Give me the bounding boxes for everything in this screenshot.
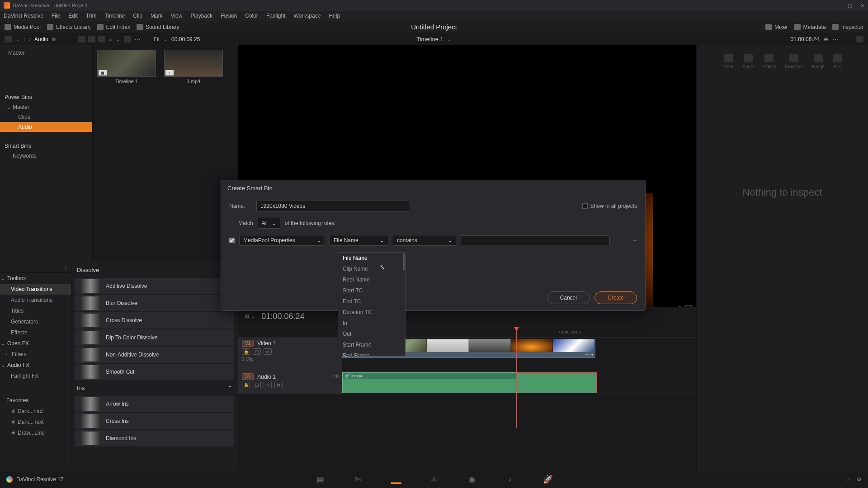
- maximize-icon[interactable]: ▢: [848, 3, 852, 9]
- nav-back-icon[interactable]: ‹: [24, 36, 25, 42]
- fx-openfx[interactable]: ⌄Open FX: [0, 338, 71, 349]
- fx-audio-transitions[interactable]: Audio Transitions: [0, 295, 71, 305]
- nav-edit[interactable]: ⎯⎯: [391, 475, 401, 484]
- thumbnail-icon[interactable]: [88, 36, 95, 42]
- nav-fusion[interactable]: ⚛: [429, 475, 439, 484]
- viewer-more-icon[interactable]: ⋯: [833, 36, 838, 42]
- dd-duration-tc[interactable]: Duration TC: [338, 307, 405, 318]
- view-mode-icon[interactable]: [78, 36, 85, 42]
- mixer-button[interactable]: Mixer: [765, 24, 788, 30]
- v1-badge[interactable]: V1: [242, 340, 254, 347]
- fx-non-additive[interactable]: Non-Additive Dissolve: [75, 347, 234, 363]
- dd-reel-name[interactable]: Reel Name: [338, 274, 405, 285]
- media-pool-button[interactable]: Media Pool: [5, 24, 41, 30]
- fx-search-icon[interactable]: ⌕: [64, 264, 67, 270]
- insp-tab-audio[interactable]: Audio: [743, 54, 755, 69]
- auto-select-icon[interactable]: ▢: [253, 348, 261, 355]
- condition-select[interactable]: contains⌄: [393, 235, 456, 246]
- rule-enabled-checkbox[interactable]: [229, 238, 235, 243]
- menu-file[interactable]: File: [52, 13, 60, 19]
- fx-dip-color[interactable]: Dip To Color Dissolve: [75, 329, 234, 346]
- fx-diamond-iris[interactable]: Diamond Iris: [75, 430, 234, 446]
- fx-audiofx[interactable]: ⌄Audio FX: [0, 360, 71, 371]
- settings-icon[interactable]: ⚙: [857, 476, 862, 483]
- nav-fwd-icon[interactable]: ›: [29, 36, 31, 42]
- fx-arrow-iris[interactable]: Arrow Iris: [75, 396, 234, 412]
- cancel-button[interactable]: Cancel: [547, 291, 590, 304]
- menu-mark[interactable]: Mark: [151, 13, 163, 19]
- audio-track-header[interactable]: A1 Audio 1 2.0 🔒 ▢ S M: [238, 371, 342, 394]
- auto-select-icon[interactable]: ▢: [253, 382, 261, 388]
- close-icon[interactable]: ✕: [860, 3, 864, 9]
- dd-in[interactable]: In: [338, 318, 405, 328]
- dd-end-frame[interactable]: End Frame: [338, 350, 405, 356]
- insp-tab-file[interactable]: File: [833, 54, 842, 69]
- smart-bin-keywords[interactable]: Keywords: [0, 151, 92, 161]
- property-source-select[interactable]: MediaPool Properties⌄: [239, 235, 325, 246]
- add-rule-button[interactable]: +: [633, 236, 637, 244]
- search-icon[interactable]: ⌕: [109, 36, 112, 42]
- menu-playback[interactable]: Playback: [190, 13, 212, 19]
- fx-additive-dissolve[interactable]: Additive Dissolve: [75, 278, 234, 294]
- bin-view-icon[interactable]: [5, 36, 12, 42]
- nav-media[interactable]: ▤: [315, 475, 326, 484]
- field-select[interactable]: File Name⌄: [330, 235, 388, 246]
- menu-help[interactable]: Help: [329, 13, 340, 19]
- fx-titles[interactable]: Titles: [0, 305, 71, 316]
- fx-blur-dissolve[interactable]: Blur Dissolve: [75, 295, 234, 311]
- fx-fav-3[interactable]: ★Draw...Line: [0, 427, 71, 438]
- insp-tab-transition[interactable]: Transition: [784, 54, 804, 69]
- playhead[interactable]: [516, 328, 517, 428]
- edit-index-button[interactable]: Edit Index: [97, 24, 130, 30]
- fx-cross-iris[interactable]: Cross Iris: [75, 413, 234, 429]
- fx-cat-iris[interactable]: Iris⌃: [71, 381, 238, 395]
- timeline-name[interactable]: Timeline 1: [416, 36, 443, 42]
- fx-filters[interactable]: ›Filters: [0, 349, 71, 360]
- fx-smooth-cut[interactable]: Smooth Cut: [75, 364, 234, 380]
- lock-icon[interactable]: 🔒: [242, 348, 250, 355]
- power-bin-audio[interactable]: Audio: [0, 122, 92, 132]
- a1-badge[interactable]: A1: [242, 373, 254, 380]
- menu-fusion[interactable]: Fusion: [221, 13, 237, 19]
- menu-clip[interactable]: Clip: [133, 13, 142, 19]
- minimize-icon[interactable]: —: [835, 3, 840, 9]
- insp-tab-effects[interactable]: Effects: [762, 54, 776, 69]
- menu-trim[interactable]: Trim: [86, 13, 97, 19]
- visible-icon[interactable]: ▭: [264, 348, 272, 355]
- sort-icon[interactable]: [124, 36, 131, 42]
- video-track-header[interactable]: V1 Video 1 🔒 ▢ ▭ 1 Clip: [238, 338, 342, 371]
- dd-clip-name[interactable]: Clip Name: [338, 263, 405, 274]
- timeline-ruler[interactable]: 01:00:08:00: [238, 328, 696, 338]
- nav-fairlight[interactable]: ♪: [505, 475, 515, 484]
- create-button[interactable]: Create: [594, 291, 637, 304]
- more-icon[interactable]: ⋯: [135, 36, 140, 42]
- fx-effects[interactable]: Effects: [0, 327, 71, 338]
- fx-toolbox[interactable]: ⌄Toolbox: [0, 273, 71, 284]
- fx-video-transitions[interactable]: Video Transitions: [0, 284, 71, 295]
- nav-cut[interactable]: ✄: [353, 475, 363, 484]
- thumb-timeline[interactable]: ▦ Timeline 1: [97, 50, 156, 84]
- audio-clip-2[interactable]: [516, 372, 597, 393]
- tc-options-icon[interactable]: ⊕: [824, 36, 828, 42]
- menu-workspace[interactable]: Workspace: [294, 13, 321, 19]
- timeline-dropdown-icon[interactable]: ⌄: [447, 36, 452, 42]
- dd-out[interactable]: Out: [338, 328, 405, 339]
- nav-color[interactable]: ◉: [467, 475, 477, 484]
- dd-start-frame[interactable]: Start Frame: [338, 339, 405, 350]
- menu-app[interactable]: DaVinci Resolve: [4, 13, 43, 19]
- audio-clip-1[interactable]: 🔗3.mp4: [342, 372, 516, 393]
- master-bin[interactable]: Master: [0, 48, 92, 58]
- power-bin-clips[interactable]: Clips: [0, 112, 92, 122]
- chevron-down-icon[interactable]: ⌄: [15, 36, 20, 42]
- name-input[interactable]: [256, 201, 410, 211]
- menu-view[interactable]: View: [171, 13, 183, 19]
- dd-start-tc[interactable]: Start TC: [338, 285, 405, 296]
- fx-fav-2[interactable]: ★Dark...Text: [0, 417, 71, 427]
- zoom-fit[interactable]: Fit: [154, 36, 160, 42]
- sound-library-button[interactable]: Sound Library: [137, 24, 179, 30]
- tl-options-icon[interactable]: ⊞ ⌄: [245, 313, 255, 319]
- metadata-button[interactable]: Metadata: [794, 24, 826, 30]
- effects-library-button[interactable]: Effects Library: [47, 24, 90, 30]
- menu-color[interactable]: Color: [245, 13, 258, 19]
- fx-fav-1[interactable]: ★Dark...hird: [0, 406, 71, 417]
